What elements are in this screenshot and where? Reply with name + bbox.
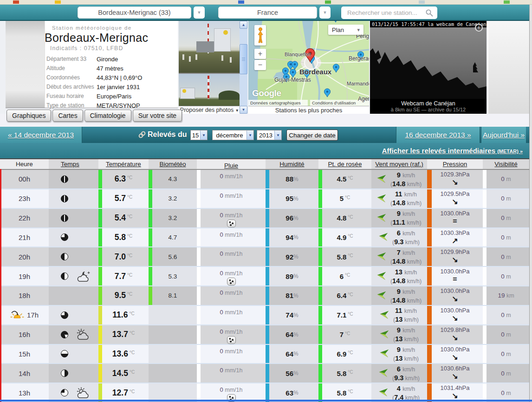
- search-icon[interactable]: [425, 9, 434, 17]
- scroll-up-icon[interactable]: [240, 21, 247, 29]
- country-select[interactable]: France: [218, 6, 317, 19]
- column-header-pt-de-ros-e[interactable]: Pt. de rosée: [318, 159, 371, 169]
- tab-cartes[interactable]: Cartes: [52, 110, 83, 122]
- cloud-cover-icon: [61, 311, 68, 319]
- visibility-cell: 0 m: [483, 325, 529, 344]
- change-date-button[interactable]: Changer de date: [286, 130, 338, 141]
- station-select-arrow[interactable]: [194, 6, 205, 19]
- column-header-visibilit-[interactable]: Visibilité: [483, 159, 529, 169]
- station-photos[interactable]: Proposer des photos: [179, 21, 240, 114]
- biometeo-cell: 4.3: [149, 170, 197, 188]
- metar-link[interactable]: Afficher les relevés intermédiaires (MET…: [382, 147, 523, 155]
- wind-direction-icon: [380, 349, 390, 359]
- select-arrow-icon[interactable]: [247, 130, 253, 140]
- humidity-cell: 81%: [266, 286, 318, 305]
- year-select[interactable]: 2013: [257, 130, 282, 140]
- column-header-temp-rature[interactable]: Température: [98, 159, 149, 169]
- wind-cell: 6 km/h(9.3 km/h): [371, 364, 427, 383]
- map-place-label: Gujan-Mestras: [274, 77, 311, 83]
- weather-cell: [49, 306, 98, 324]
- wind-cell: 4 km/h(7.4 km/h): [371, 383, 427, 402]
- map-place-label: Agen: [358, 96, 369, 102]
- visibility-cell: 0 m: [483, 228, 529, 247]
- tab-climatologie[interactable]: Climatologie: [84, 110, 131, 122]
- page-right-edge[interactable]: [529, 5, 532, 402]
- station-name: Bordeaux-Merignac: [45, 31, 148, 45]
- column-header-biom-t-o[interactable]: Biométéo: [149, 159, 197, 169]
- bookmark-icon[interactable]: [13, 0, 19, 4]
- prev-day-link[interactable]: « 14 decembre 2013: [0, 127, 82, 143]
- visibility-cell: 0 m: [483, 345, 529, 363]
- select-arrow-icon[interactable]: [200, 130, 207, 140]
- pressure-cell: 1030.0hPa↘: [427, 345, 483, 363]
- webcam-zoom-icon[interactable]: [475, 24, 483, 32]
- dewpoint-cell: 4.8°C: [318, 209, 371, 227]
- hour-cell: 00h: [0, 170, 49, 188]
- day-select[interactable]: 15: [190, 130, 208, 140]
- cloud-cover-icon: [61, 233, 68, 241]
- tab-graphiques[interactable]: Graphiques: [6, 110, 51, 122]
- column-header-pluie[interactable]: Pluie: [197, 159, 266, 169]
- dewpoint-cell: 6.9°C: [318, 345, 371, 363]
- pressure-cell: 1030.0hPa=: [427, 209, 483, 227]
- wind-direction-icon: [377, 271, 387, 281]
- photos-scrollbar[interactable]: [240, 21, 247, 114]
- wind-cell: 7 km/h(14.8 km/h): [371, 247, 427, 266]
- temperature-cell: 7.7°C: [98, 267, 149, 285]
- bookmark-icon[interactable]: [504, 0, 510, 4]
- humidity-cell: 63%: [266, 383, 318, 402]
- rain-detail-icon[interactable]: [227, 336, 236, 344]
- wind-cell: 6 km/h(9.3 km/h): [371, 228, 427, 247]
- wind-cell: 11 km/h(13 km/h): [371, 306, 427, 324]
- column-header-humidit-[interactable]: Humidité: [266, 159, 318, 169]
- rain-detail-icon[interactable]: [227, 220, 236, 227]
- scroll-down-icon[interactable]: [240, 106, 247, 114]
- next-day-link[interactable]: 16 decembre 2013 »: [396, 127, 480, 143]
- map-type-dropdown[interactable]: Plan: [328, 25, 363, 35]
- column-header-vent-moyen-raf-[interactable]: Vent moyen (raf.): [371, 159, 427, 169]
- tab-sur-votre-site[interactable]: Sur votre site: [133, 110, 182, 122]
- bookmark-icon[interactable]: [55, 0, 61, 4]
- visibility-cell: 0 m: [483, 247, 529, 266]
- temperature-cell: 12.7°C: [98, 383, 149, 402]
- country-select-arrow[interactable]: [319, 6, 331, 19]
- humidity-cell: 94%: [266, 228, 318, 247]
- wind-cell: 13 km/h(14.8 km/h): [371, 267, 427, 285]
- select-arrow-icon[interactable]: [274, 130, 281, 140]
- stations-map[interactable]: Plan + − Google Données cartographiques …: [248, 21, 369, 106]
- map-place-label: Bordeaux: [299, 68, 331, 76]
- bookmark-icon[interactable]: [419, 0, 425, 4]
- temperature-cell: 9.5°C: [98, 286, 149, 305]
- dewpoint-cell: 5.8°C: [318, 364, 371, 383]
- rain-detail-icon[interactable]: [227, 278, 236, 285]
- pressure-cell: 1030.3hPa↗: [427, 228, 483, 247]
- webcam-panel[interactable]: 013/12/15 17:55:47 la webcam de Canejan …: [370, 21, 487, 114]
- wind-cell: 9 km/h(13 km/h): [371, 325, 427, 344]
- bookmark-icon[interactable]: [325, 0, 331, 4]
- station-photo-1[interactable]: [179, 21, 240, 73]
- zoom-out-button[interactable]: −: [254, 60, 266, 70]
- today-link[interactable]: Aujourd'hui »: [481, 127, 526, 143]
- temperature-cell: 7.0°C: [98, 247, 149, 266]
- biometeo-cell: [149, 325, 197, 344]
- column-header-pression[interactable]: Pression: [427, 159, 483, 169]
- rain-cell: 0 mm/1h: [197, 228, 266, 247]
- column-header-temps[interactable]: Temps: [49, 159, 98, 169]
- wind-direction-icon: [377, 194, 387, 204]
- visibility-cell: 0 m: [483, 306, 529, 324]
- weather-cell: [49, 247, 98, 266]
- scrollbar-thumb[interactable]: [240, 44, 247, 74]
- month-select[interactable]: décembre: [212, 130, 254, 140]
- temperature-cell: 5.4°C: [98, 209, 149, 227]
- map-attribution[interactable]: Données cartographiques: [248, 100, 308, 106]
- search-input[interactable]: Rechercher une station...: [341, 6, 437, 19]
- zoom-in-button[interactable]: +: [254, 49, 266, 59]
- station-indicatifs: Indicatifs : 07510, LFBD: [50, 45, 123, 52]
- propose-photos-button[interactable]: Proposer des photos: [179, 106, 240, 114]
- pegman-icon[interactable]: [254, 25, 266, 45]
- station-select[interactable]: Bordeaux-Merignac (33): [78, 6, 191, 19]
- bookmark-icon[interactable]: [238, 0, 244, 4]
- cloud-cover-icon: [61, 175, 68, 183]
- cloud-cover-icon: [61, 389, 68, 396]
- night-cloud-icon: [76, 271, 91, 282]
